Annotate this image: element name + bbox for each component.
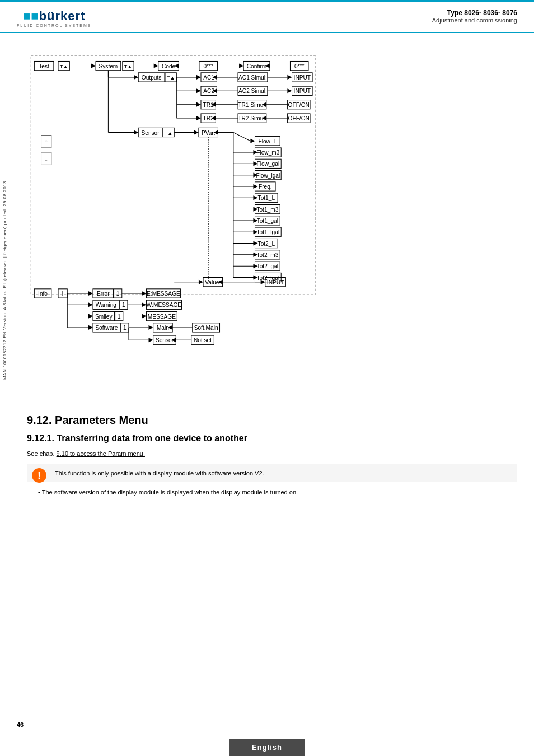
svg-text:Outputs: Outputs bbox=[142, 74, 162, 81]
svg-text:AC2 Simul:: AC2 Simul: bbox=[238, 88, 267, 94]
svg-text:PVar:: PVar: bbox=[202, 130, 216, 136]
svg-text:AC2: AC2 bbox=[203, 88, 214, 94]
bullet-list: The software version of the display modu… bbox=[27, 488, 517, 498]
svg-marker-189 bbox=[88, 302, 93, 307]
svg-text:i: i bbox=[62, 291, 64, 297]
svg-marker-211 bbox=[88, 325, 93, 330]
svg-text:INPUT: INPUT bbox=[294, 74, 311, 81]
logo-area: ■■​bürkert FLUID CONTROL SYSTEMS bbox=[17, 9, 92, 27]
svg-text:Flow_gal: Flow_gal bbox=[257, 161, 280, 167]
svg-marker-226 bbox=[149, 338, 153, 342]
svg-text:Tot2_L: Tot2_L bbox=[258, 241, 275, 247]
header-right: Type 8026- 8036- 8076 Adjustment and com… bbox=[432, 9, 517, 24]
svg-text:INPUT: INPUT bbox=[267, 279, 284, 286]
svg-text:AC1: AC1 bbox=[203, 74, 214, 81]
svg-marker-90 bbox=[134, 130, 138, 134]
svg-marker-23 bbox=[239, 64, 243, 68]
svg-text:1: 1 bbox=[118, 314, 121, 320]
logo-sub: FLUID CONTROL SYSTEMS bbox=[17, 24, 92, 27]
section-heading: 9.12. Parameters Menu bbox=[27, 414, 517, 427]
bullet-item-1: The software version of the display modu… bbox=[38, 488, 517, 498]
svg-marker-96 bbox=[194, 130, 199, 134]
svg-marker-122 bbox=[253, 184, 257, 189]
svg-text:Flow_lgal: Flow_lgal bbox=[256, 172, 280, 179]
svg-text:1: 1 bbox=[116, 291, 120, 297]
svg-marker-127 bbox=[253, 195, 257, 200]
svg-text:0***: 0*** bbox=[294, 63, 305, 69]
diagram-area: Test Info i T▲ System T▲ Code bbox=[27, 44, 519, 403]
svg-marker-178 bbox=[88, 291, 93, 296]
svg-text:Sensor: Sensor bbox=[142, 130, 160, 136]
logo-burkert: ■■​bürkert bbox=[23, 9, 85, 24]
link-text[interactable]: 9.10 to access the Param menu. bbox=[57, 450, 145, 457]
svg-marker-38 bbox=[196, 75, 201, 80]
notice-box: ! This function is only possible with a … bbox=[27, 464, 517, 483]
svg-text:MESSAGE: MESSAGE bbox=[148, 314, 176, 320]
logo-dots: ■■ bbox=[23, 9, 39, 23]
svg-marker-59 bbox=[287, 88, 292, 93]
svg-marker-32 bbox=[134, 75, 138, 80]
svg-text:W:MESSAGE: W:MESSAGE bbox=[147, 302, 182, 308]
svg-text:OFF/ON: OFF/ON bbox=[288, 115, 310, 122]
svg-marker-195 bbox=[142, 302, 146, 307]
svg-text:TR1 Simul:: TR1 Simul: bbox=[238, 102, 266, 108]
main-content: Test Info i T▲ System T▲ Code bbox=[10, 33, 534, 509]
svg-text:T▲: T▲ bbox=[167, 75, 175, 81]
svg-text:↓: ↓ bbox=[44, 154, 48, 163]
sidebar-text-container: MAN 1000182212 EN Version: A Status: RL … bbox=[0, 112, 10, 448]
svg-text:Freq.: Freq. bbox=[259, 184, 272, 190]
subsection-heading: 9.12.1. Transferring data from one devic… bbox=[27, 433, 517, 444]
header: ■■​bürkert FLUID CONTROL SYSTEMS Type 80… bbox=[0, 2, 534, 33]
svg-text:T▲: T▲ bbox=[124, 64, 133, 69]
svg-text:Warning: Warning bbox=[96, 302, 116, 308]
logo-text: bürkert bbox=[39, 9, 86, 23]
svg-text:Value:: Value: bbox=[205, 279, 221, 286]
svg-text:!: ! bbox=[38, 470, 41, 481]
svg-text:OFF/ON: OFF/ON bbox=[288, 102, 310, 108]
header-type: Type 8026- 8036- 8076 bbox=[432, 9, 517, 17]
svg-text:INPUT: INPUT bbox=[294, 88, 311, 94]
svg-marker-184 bbox=[142, 291, 146, 296]
svg-text:Tot2_gal: Tot2_gal bbox=[257, 263, 278, 269]
svg-text:Flow_m3: Flow_m3 bbox=[256, 150, 279, 156]
svg-text:Test: Test bbox=[39, 63, 49, 69]
notice-text: This function is only possible with a di… bbox=[55, 470, 264, 477]
svg-text:Main: Main bbox=[157, 325, 169, 331]
svg-marker-77 bbox=[196, 116, 201, 120]
svg-text:System: System bbox=[99, 63, 118, 69]
svg-text:1: 1 bbox=[122, 302, 125, 308]
svg-text:Info: Info bbox=[38, 291, 48, 297]
svg-marker-15 bbox=[154, 64, 158, 68]
svg-text:Tot1_gal: Tot1_gal bbox=[257, 218, 278, 224]
body-text: See chap. 9.10 to access the Param menu. bbox=[27, 449, 517, 459]
svg-text:Code: Code bbox=[162, 63, 176, 69]
svg-text:Error: Error bbox=[97, 291, 110, 297]
svg-text:Not set: Not set bbox=[194, 337, 212, 343]
svg-text:Smiley: Smiley bbox=[95, 314, 113, 320]
svg-text:T▲: T▲ bbox=[165, 130, 173, 136]
svg-marker-102 bbox=[250, 139, 255, 143]
svg-text:Tot1_lgal: Tot1_lgal bbox=[257, 229, 280, 235]
svg-text:1: 1 bbox=[123, 325, 127, 331]
footer-language-tab[interactable]: English bbox=[229, 739, 305, 756]
svg-text:Sensor: Sensor bbox=[156, 337, 174, 343]
svg-text:Tot1_m3: Tot1_m3 bbox=[256, 207, 278, 213]
svg-text:Confirm: Confirm bbox=[247, 63, 267, 69]
svg-text:TR2 Simul:: TR2 Simul: bbox=[238, 115, 266, 122]
sidebar-rotated-text: MAN 1000182212 EN Version: A Status: RL … bbox=[3, 180, 8, 379]
svg-text:0***: 0*** bbox=[203, 63, 213, 69]
svg-marker-217 bbox=[149, 325, 153, 330]
svg-marker-51 bbox=[196, 88, 201, 93]
svg-marker-167 bbox=[199, 280, 203, 284]
svg-text:Flow_L: Flow_L bbox=[258, 138, 277, 144]
svg-marker-9 bbox=[91, 64, 96, 68]
svg-text:↑: ↑ bbox=[44, 137, 48, 146]
svg-text:Tot1_L: Tot1_L bbox=[258, 195, 275, 201]
svg-text:E:MESSAGE: E:MESSAGE bbox=[147, 291, 180, 297]
svg-marker-147 bbox=[253, 241, 257, 245]
svg-text:Tot2_m3: Tot2_m3 bbox=[256, 252, 278, 258]
section-area: 9.12. Parameters Menu 9.12.1. Transferri… bbox=[27, 414, 517, 498]
svg-text:AC1 Simul:: AC1 Simul: bbox=[238, 74, 267, 81]
svg-text:Soft.Main: Soft.Main bbox=[194, 325, 218, 331]
svg-text:Software: Software bbox=[95, 325, 118, 331]
